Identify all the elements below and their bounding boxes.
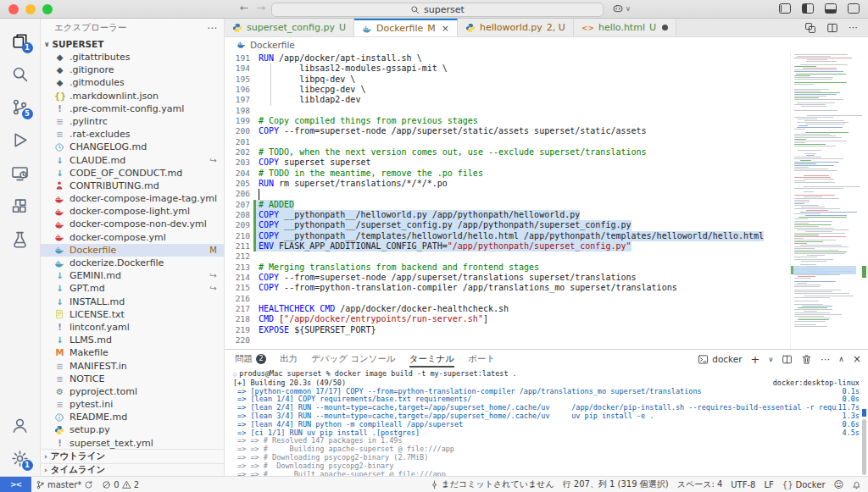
file-row[interactable]: DockerfileM bbox=[41, 244, 224, 257]
activity-item-settings[interactable]: 1 bbox=[7, 443, 34, 473]
minimap[interactable] bbox=[790, 52, 856, 349]
activity-item-run-debug[interactable] bbox=[7, 124, 34, 155]
minimize-window-button[interactable] bbox=[25, 4, 36, 14]
folder-section-header[interactable]: ∨ SUPERSET bbox=[41, 38, 224, 51]
terminal-profile-select[interactable]: docker bbox=[698, 354, 742, 365]
file-row[interactable]: docker-compose.yml bbox=[41, 231, 224, 244]
explorer-more-icon[interactable]: ⋯ bbox=[207, 22, 217, 34]
file-row[interactable]: ◆.gitignore bbox=[41, 64, 224, 76]
toggle-panel-button[interactable] bbox=[825, 3, 837, 14]
file-row[interactable]: !superset_text.yml bbox=[41, 437, 224, 449]
terminal-dropdown-icon[interactable]: ∨ bbox=[768, 356, 773, 363]
tab-close-icon[interactable]: × bbox=[442, 23, 449, 34]
terminal-output[interactable]: produs@Mac superset % docker image build… bbox=[225, 368, 868, 476]
file-row[interactable]: ◆.gitattributes bbox=[41, 51, 224, 64]
file-row[interactable]: ≡NOTICE bbox=[41, 373, 224, 385]
overview-ruler[interactable] bbox=[856, 52, 868, 349]
close-panel-icon[interactable]: × bbox=[853, 353, 861, 365]
back-icon[interactable]: ← bbox=[240, 2, 248, 14]
customize-layout-button[interactable] bbox=[779, 3, 791, 14]
file-row[interactable]: ↓CODE_OF_CONDUCT.md bbox=[41, 167, 224, 180]
file-row[interactable]: ⚙pyproject.toml bbox=[41, 385, 224, 398]
copilot-menu[interactable]: ∨ bbox=[612, 3, 631, 14]
file-row[interactable]: !lintconf.yaml bbox=[41, 321, 224, 334]
notifications-bell[interactable] bbox=[848, 477, 868, 492]
outline-section[interactable]: › アウトライン bbox=[41, 450, 224, 463]
code-line: 207# ADDED bbox=[225, 200, 790, 210]
minimap-line bbox=[794, 113, 856, 114]
code-editor[interactable]: 191RUN /app/docker/apt-install.sh \194 l… bbox=[225, 52, 868, 349]
file-row[interactable]: ↓INSTALL.md bbox=[41, 296, 224, 308]
file-row[interactable]: MMakefile bbox=[41, 346, 224, 359]
editor-tab[interactable]: superset_config.pyU bbox=[225, 19, 354, 36]
panel-more-icon[interactable]: ⋯ bbox=[821, 354, 830, 365]
activity-item-testing[interactable] bbox=[7, 224, 34, 254]
indentation-status[interactable]: スペース: 4 bbox=[673, 477, 727, 492]
editor-tab[interactable]: helloworld.py2, U bbox=[458, 19, 574, 36]
file-row[interactable]: CONTRIBUTING.md bbox=[41, 180, 224, 192]
editor-tab[interactable]: DockerfileM× bbox=[354, 19, 458, 36]
feedback-smiley[interactable]: ☺ bbox=[830, 477, 848, 492]
activity-item-remote-explorer[interactable] bbox=[7, 158, 34, 188]
toggle-secondary-sidebar-button[interactable] bbox=[848, 3, 860, 14]
encoding-status[interactable]: UTF-8 bbox=[726, 477, 760, 492]
cursor-position[interactable]: 行 207、列 1 (319 個選択) bbox=[559, 477, 673, 492]
close-window-button[interactable] bbox=[8, 4, 19, 14]
file-row[interactable]: dockerize.Dockerfile bbox=[41, 257, 224, 269]
new-terminal-button[interactable]: + bbox=[751, 353, 760, 366]
minimap-line bbox=[794, 142, 805, 143]
panel-tab[interactable]: ポート bbox=[468, 350, 495, 368]
branch-status[interactable]: master* bbox=[31, 477, 97, 492]
split-editor-icon[interactable] bbox=[826, 22, 838, 34]
maximize-panel-icon[interactable]: ∧ bbox=[838, 355, 844, 363]
panel-tab-label: ポート bbox=[468, 353, 495, 365]
activity-item-account[interactable] bbox=[7, 410, 34, 440]
eol-status[interactable]: LF bbox=[760, 477, 777, 492]
activity-item-source-control[interactable]: 5 bbox=[7, 91, 34, 122]
editor-tab[interactable]: <>hello.htmlU bbox=[574, 19, 676, 36]
terminal-scrollbar[interactable] bbox=[862, 419, 866, 475]
panel-tab[interactable]: 出力 bbox=[280, 350, 298, 368]
minimap-line bbox=[794, 321, 826, 322]
activity-item-explorer[interactable]: 1 bbox=[7, 25, 34, 56]
file-row[interactable]: docker-compose-non-dev.yml bbox=[41, 218, 224, 230]
file-row[interactable]: README.md bbox=[41, 411, 224, 423]
panel-tab[interactable]: ターミナル bbox=[409, 350, 454, 368]
file-row[interactable]: ↓LLMS.md bbox=[41, 334, 224, 346]
timeline-section[interactable]: › タイムライン bbox=[41, 463, 224, 477]
problems-status[interactable]: 0 2 bbox=[97, 477, 143, 492]
file-row[interactable]: !.pre-commit-config.yaml bbox=[41, 102, 224, 115]
breadcrumb[interactable]: Dockerfile bbox=[225, 37, 868, 52]
remote-indicator[interactable]: >< bbox=[0, 477, 31, 492]
minimap-line bbox=[794, 323, 856, 323]
file-row[interactable]: ≡.rat-excludes bbox=[41, 128, 224, 141]
panel-tab[interactable]: デバッグ コンソール bbox=[311, 350, 396, 368]
forward-icon[interactable]: → bbox=[257, 2, 265, 14]
command-center-search[interactable]: superset bbox=[271, 3, 604, 17]
file-row[interactable]: ↓GPT.md↪ bbox=[41, 282, 224, 295]
split-terminal-icon[interactable] bbox=[782, 354, 793, 365]
file-row[interactable]: {}.markdownlint.json bbox=[41, 90, 224, 102]
language-mode[interactable]: {} Docker bbox=[778, 477, 830, 492]
file-row[interactable]: ≡.pylintrc bbox=[41, 115, 224, 128]
file-row[interactable]: ≡MANIFEST.in bbox=[41, 359, 224, 372]
file-row[interactable]: ≡pytest.ini bbox=[41, 398, 224, 411]
scm-commit-status[interactable]: まだコミットされていません bbox=[426, 477, 559, 492]
editor-more-icon[interactable]: ⋯ bbox=[849, 22, 858, 33]
kill-terminal-icon[interactable] bbox=[801, 354, 812, 365]
activity-item-search[interactable] bbox=[7, 58, 34, 89]
toggle-sidebar-button[interactable] bbox=[802, 3, 814, 14]
file-row[interactable]: docker-compose-image-tag.yml bbox=[41, 192, 224, 205]
open-changes-icon[interactable] bbox=[804, 22, 816, 34]
file-row[interactable]: ◆.gitmodules bbox=[41, 76, 224, 89]
file-row[interactable]: ↓CLAUDE.md↪ bbox=[41, 153, 224, 166]
file-row[interactable]: CHANGELOG.md bbox=[41, 141, 224, 153]
file-row[interactable]: LICENSE.txt bbox=[41, 308, 224, 321]
activity-item-extensions[interactable] bbox=[7, 191, 34, 221]
zoom-window-button[interactable] bbox=[42, 4, 53, 14]
file-row[interactable]: ↓GEMINI.md↪ bbox=[41, 269, 224, 282]
tab-dirty-dot[interactable] bbox=[662, 25, 668, 30]
panel-tab[interactable]: 問題2 bbox=[235, 350, 266, 368]
file-row[interactable]: setup.py bbox=[41, 423, 224, 436]
file-row[interactable]: docker-compose-light.yml bbox=[41, 205, 224, 218]
